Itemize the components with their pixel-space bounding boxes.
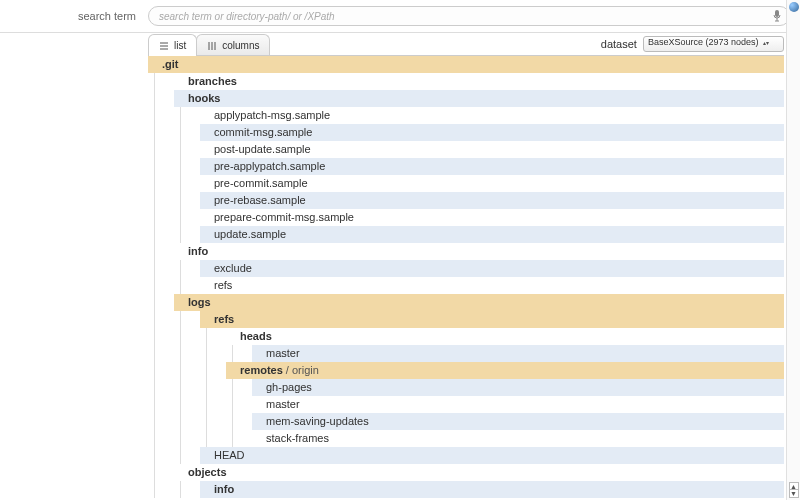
columns-icon	[207, 41, 217, 51]
tree-row[interactable]: pre-rebase.sample	[200, 192, 784, 209]
tree-guide	[180, 481, 181, 498]
scroll-stepper: ▲ ▼	[789, 482, 799, 498]
tree-guide	[180, 430, 181, 447]
tree-row[interactable]: refs	[200, 311, 784, 328]
tree-guide	[154, 447, 155, 464]
tree-row-label: applypatch-msg.sample	[214, 107, 330, 124]
tree-row-label: HEAD	[214, 447, 245, 464]
list-icon	[159, 41, 169, 51]
tree-guide	[154, 413, 155, 430]
tree-row-label: heads	[240, 328, 272, 345]
tree-row[interactable]: HEAD	[200, 447, 784, 464]
tree-guide	[154, 345, 155, 362]
tree-guide	[206, 379, 207, 396]
tree-row-label: info	[188, 243, 208, 260]
tree-guide	[232, 396, 233, 413]
tree-row-label: post-update.sample	[214, 141, 311, 158]
tree-row[interactable]: pre-applypatch.sample	[200, 158, 784, 175]
tree-guide	[154, 311, 155, 328]
tree-guide	[180, 447, 181, 464]
tree-guide	[154, 260, 155, 277]
tree-guide	[154, 379, 155, 396]
tree-guide	[180, 311, 181, 328]
tree-guide	[232, 345, 233, 362]
tree-row[interactable]: logs	[174, 294, 784, 311]
tree-view[interactable]: .gitbrancheshooksapplypatch-msg.sampleco…	[148, 55, 784, 500]
tree-guide	[232, 430, 233, 447]
tree-guide	[154, 243, 155, 260]
dataset-select[interactable]: BaseXSource (2973 nodes) ▴▾	[643, 36, 784, 52]
tree-row[interactable]: master	[252, 345, 784, 362]
tree-row[interactable]: stack-frames	[252, 430, 784, 447]
tree-guide	[180, 226, 181, 243]
tree-guide	[154, 226, 155, 243]
tree-row-label: commit-msg.sample	[214, 124, 312, 141]
tree-row[interactable]: pre-commit.sample	[200, 175, 784, 192]
tree-guide	[154, 192, 155, 209]
tree-guide	[154, 175, 155, 192]
tree-row[interactable]: master	[252, 396, 784, 413]
tree-guide	[180, 175, 181, 192]
search-label: search term	[0, 10, 140, 22]
tree-row-label: master	[266, 396, 300, 413]
tab-columns[interactable]: columns	[196, 34, 270, 56]
tree-row-label: master	[266, 345, 300, 362]
search-input[interactable]	[148, 6, 790, 26]
tree-row[interactable]: refs	[200, 277, 784, 294]
tree-guide	[154, 209, 155, 226]
tree-row[interactable]: applypatch-msg.sample	[200, 107, 784, 124]
tree-guide	[180, 107, 181, 124]
scroll-down-button[interactable]: ▼	[789, 490, 799, 498]
dataset-section: dataset BaseXSource (2973 nodes) ▴▾	[601, 36, 784, 52]
mic-icon[interactable]	[772, 9, 782, 23]
view-tabs: list columns	[148, 33, 269, 55]
status-orb-icon	[789, 2, 799, 12]
tree-guide	[180, 362, 181, 379]
scroll-up-button[interactable]: ▲	[789, 482, 799, 490]
tree-row[interactable]: update.sample	[200, 226, 784, 243]
dataset-label: dataset	[601, 38, 637, 50]
tree-guide	[180, 413, 181, 430]
tree-guide	[180, 277, 181, 294]
tree-row[interactable]: info	[200, 481, 784, 498]
tree-guide	[180, 379, 181, 396]
tree-row[interactable]: mem-saving-updates	[252, 413, 784, 430]
breadcrumb-segment: / origin	[283, 364, 319, 376]
tree-row[interactable]: branches	[174, 73, 784, 90]
tree-row-label: objects	[188, 464, 227, 481]
tree-row[interactable]: .git	[148, 56, 784, 73]
tree-guide	[154, 396, 155, 413]
tree-row[interactable]: exclude	[200, 260, 784, 277]
tree-row-label: hooks	[188, 90, 220, 107]
tree-row[interactable]: remotes / origin	[226, 362, 784, 379]
tree-row-label: stack-frames	[266, 430, 329, 447]
tree-row[interactable]: commit-msg.sample	[200, 124, 784, 141]
stepper-icon: ▴▾	[763, 41, 769, 46]
tree-row[interactable]: info	[174, 243, 784, 260]
tab-list-label: list	[174, 40, 186, 51]
tree-guide	[180, 328, 181, 345]
tree-row[interactable]: objects	[174, 464, 784, 481]
tree-row-label: branches	[188, 73, 237, 90]
tree-row[interactable]: gh-pages	[252, 379, 784, 396]
tree-guide	[206, 430, 207, 447]
tree-guide	[154, 430, 155, 447]
tree-row-label: refs	[214, 311, 234, 328]
tree-row[interactable]: hooks	[174, 90, 784, 107]
tree-row-label: pre-applypatch.sample	[214, 158, 325, 175]
tree-row[interactable]: heads	[226, 328, 784, 345]
tree-row-label: gh-pages	[266, 379, 312, 396]
tree-row[interactable]: post-update.sample	[200, 141, 784, 158]
search-bar: search term	[0, 0, 800, 32]
tree-guide	[232, 379, 233, 396]
tree-guide	[206, 396, 207, 413]
tab-list[interactable]: list	[148, 34, 197, 56]
tree-guide	[180, 192, 181, 209]
tree-guide	[180, 124, 181, 141]
tree-row[interactable]: prepare-commit-msg.sample	[200, 209, 784, 226]
tree-guide	[154, 481, 155, 498]
right-gutter: ▲ ▼	[786, 0, 800, 500]
tree-guide	[180, 209, 181, 226]
tree-guide	[154, 90, 155, 107]
tree-row-label: prepare-commit-msg.sample	[214, 209, 354, 226]
